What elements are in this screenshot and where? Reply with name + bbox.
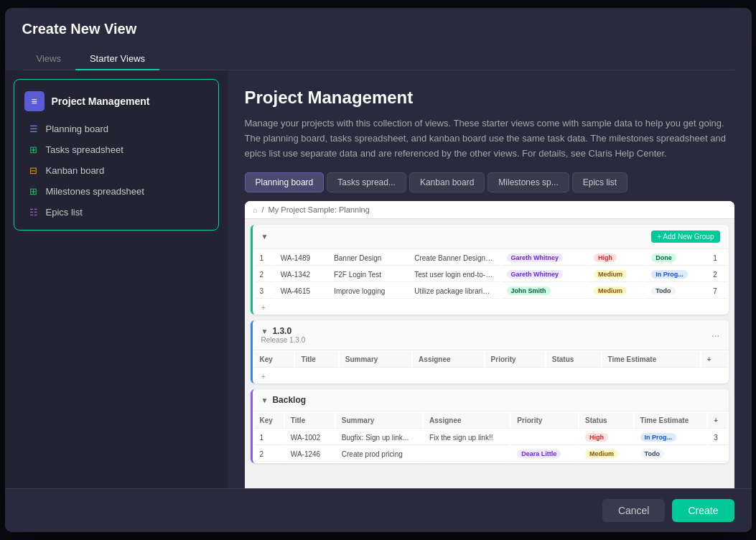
sidebar-group-project-management: ≡ Project Management ☰ Planning board ⊞ … — [14, 79, 219, 231]
row-num: 2 — [254, 447, 284, 462]
tab-epics-list[interactable]: Epics list — [572, 172, 627, 192]
section-13-subtitle: Release 1.3.0 — [261, 336, 306, 344]
row-status: Todo — [635, 447, 707, 462]
preview-topbar: ⌂ / My Project Sample: Planning — [245, 201, 734, 219]
content-description: Manage your projects with this collectio… — [245, 116, 734, 161]
row-priority: Medium — [579, 447, 633, 462]
preview-section-13: ▼ 1.3.0 Release 1.3.0 ··· — [251, 320, 729, 383]
tab-milestones-sp[interactable]: Milestones sp... — [487, 172, 569, 192]
sidebar-group-header: ≡ Project Management — [22, 87, 211, 116]
sidebar-group-label: Project Management — [52, 96, 150, 107]
tab-tasks-spread[interactable]: Tasks spread... — [327, 172, 406, 192]
table-header-row: Key Title Summary Assignee Priority Stat… — [254, 352, 727, 368]
col-title: Title — [285, 413, 335, 429]
content-title: Project Management — [245, 88, 734, 108]
add-row-btn[interactable]: + — [253, 300, 729, 315]
kanban-board-icon: ⊟ — [27, 165, 40, 176]
add-group-btn[interactable]: + Add New Group — [651, 231, 719, 243]
section-default-table: 1 WA-1489 Banner Design Create Banner De… — [253, 249, 729, 300]
table-row: 2 WA-1342 F2F Login Test Test user login… — [254, 267, 727, 282]
col-add[interactable]: + — [701, 352, 727, 368]
col-assignee: Assignee — [424, 413, 510, 429]
col-status: Status — [546, 352, 601, 368]
tab-kanban-board[interactable]: Kanban board — [409, 172, 485, 192]
col-add[interactable]: + — [708, 413, 727, 429]
row-num: 1 — [254, 251, 274, 266]
row-estimate: 7 — [707, 284, 727, 299]
row-key: WA-1002 — [285, 430, 335, 445]
add-row-btn-13[interactable]: + — [253, 369, 729, 383]
row-priority: Medium — [588, 267, 644, 282]
modal: Create New View Views Starter Views ≡ Pr… — [5, 8, 752, 532]
sidebar: ≡ Project Management ☰ Planning board ⊞ … — [5, 70, 228, 488]
row-priority: Medium — [588, 284, 644, 299]
row-assignee: Deara Little — [511, 447, 578, 462]
row-title: Create prod pricing — [336, 447, 422, 462]
header-tabs: Views Starter Views — [22, 47, 734, 70]
row-num: 2 — [254, 267, 274, 282]
row-status: Done — [645, 251, 706, 266]
row-estimate: 2 — [707, 267, 727, 282]
row-assignee — [511, 430, 578, 445]
row-title: Improve logging — [328, 284, 407, 299]
tasks-spreadsheet-icon: ⊞ — [27, 144, 40, 155]
chevron-icon: ▼ — [261, 396, 269, 404]
section-default-header: ▼ + Add New Group — [253, 225, 729, 249]
row-status: In Prog... — [645, 267, 706, 282]
table-header-row: Key Title Summary Assignee Priority Stat… — [254, 413, 727, 429]
sidebar-item-label: Kanban board — [46, 165, 105, 176]
tab-planning-board[interactable]: Planning board — [245, 172, 325, 192]
row-status: In Prog... — [635, 430, 707, 445]
row-priority: High — [579, 430, 633, 445]
preview-section-backlog: ▼ Backlog Key Title Summary — [251, 389, 729, 463]
create-button[interactable]: Create — [672, 499, 734, 522]
col-status: Status — [579, 413, 633, 429]
row-summary: Test user login end-to-end — [409, 267, 499, 282]
modal-footer: Cancel Create — [5, 488, 752, 532]
sidebar-item-tasks-spreadsheet[interactable]: ⊞ Tasks spreadsheet — [22, 139, 211, 160]
chevron-icon: ▼ — [261, 327, 269, 335]
row-key: WA-4615 — [275, 284, 327, 299]
col-key: Key — [254, 413, 284, 429]
col-summary: Summary — [336, 413, 422, 429]
project-management-icon: ≡ — [24, 91, 45, 111]
sidebar-item-label: Tasks spreadsheet — [46, 144, 123, 155]
table-row: 3 WA-4615 Improve logging Utilize packag… — [254, 284, 727, 299]
preview-inner: ⌂ / My Project Sample: Planning ▼ + Add … — [245, 201, 734, 488]
row-title: F2F Login Test — [328, 267, 407, 282]
row-assignee: John Smith — [501, 284, 587, 299]
row-key: WA-1489 — [275, 251, 327, 266]
row-title: Banner Design — [328, 251, 407, 266]
row-summary — [424, 447, 510, 462]
row-num: 1 — [254, 430, 284, 445]
sidebar-item-epics-list[interactable]: ☷ Epics list — [22, 202, 211, 223]
row-key: WA-1342 — [275, 267, 327, 282]
table-row: 2 WA-1246 Create prod pricing Deara Litt… — [254, 447, 727, 462]
section-13-title: ▼ 1.3.0 — [261, 326, 306, 336]
sidebar-item-planning-board[interactable]: ☰ Planning board — [22, 118, 211, 139]
row-summary: Fix the sign up link!! — [424, 430, 510, 445]
epics-list-icon: ☷ — [27, 207, 40, 218]
row-summary: Utilize package libraries to Impr... — [409, 284, 499, 299]
col-key: Key — [254, 352, 294, 368]
row-estimate: 1 — [707, 251, 727, 266]
preview-section-default: ▼ + Add New Group 1 WA-1489 Banner Desig… — [251, 225, 729, 315]
sidebar-item-kanban-board[interactable]: ⊟ Kanban board — [22, 160, 211, 181]
tab-starter-views[interactable]: Starter Views — [75, 47, 159, 70]
col-assignee: Assignee — [413, 352, 484, 368]
modal-body: ≡ Project Management ☰ Planning board ⊞ … — [5, 70, 752, 488]
col-summary: Summary — [340, 352, 411, 368]
row-num: 3 — [254, 284, 274, 299]
cancel-button[interactable]: Cancel — [602, 499, 666, 522]
preview-breadcrumb: / — [262, 205, 264, 214]
row-status: Todo — [645, 284, 706, 299]
sidebar-item-milestones-spreadsheet[interactable]: ⊞ Milestones spreadsheet — [22, 181, 211, 202]
tab-views[interactable]: Views — [22, 47, 75, 70]
col-estimate: Time Estimate — [602, 352, 700, 368]
section-13-table: Key Title Summary Assignee Priority Stat… — [253, 350, 729, 369]
section-dots-menu[interactable]: ··· — [711, 330, 720, 341]
modal-overlay: Create New View Views Starter Views ≡ Pr… — [0, 0, 756, 540]
row-estimate: 3 — [708, 430, 727, 445]
section-backlog-header: ▼ Backlog — [253, 389, 729, 411]
section-backlog-table: Key Title Summary Assignee Priority Stat… — [253, 411, 729, 463]
